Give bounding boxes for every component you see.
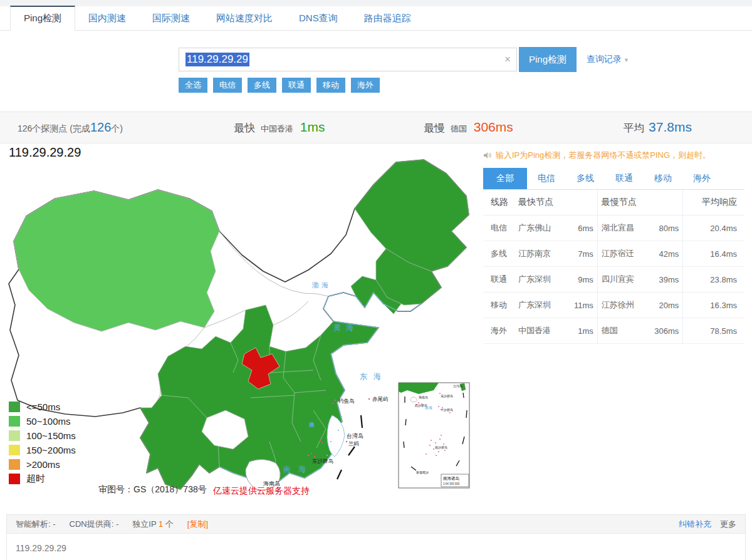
cell-slow-ms: 80ms <box>650 215 683 241</box>
cell-slow-ms: 306ms <box>650 318 683 344</box>
island-label-lanyu: 兰屿 <box>348 440 360 447</box>
filter-all-button[interactable]: 全选 <box>179 78 207 93</box>
header-avg: 平均响应 <box>683 190 744 215</box>
fastest-value: 1ms <box>300 120 325 134</box>
probe-done-prefix: (完成 <box>70 123 90 133</box>
table-row[interactable]: 多线 江苏南京 7ms 江苏宿迁 42ms 16.4ms <box>483 241 744 267</box>
inset-scale: 1:64 300 000 <box>443 482 460 485</box>
stat-average: 平均 37.8ms <box>563 120 752 135</box>
legend-swatch <box>9 474 20 484</box>
cell-slow-ms: 39ms <box>650 267 683 293</box>
island-label-dongsha: 东沙群岛 <box>312 458 333 464</box>
result-tab-unicom[interactable]: 联通 <box>605 168 644 189</box>
cdn-provider: CDN提供商: - <box>70 519 119 530</box>
tab-traceroute[interactable]: 路由器追踪 <box>351 7 424 30</box>
result-panel: 输入IP为Ping检测，若服务器网络不通或禁PING，则超时。 全部 电信 多线… <box>479 143 752 509</box>
tab-international-speed[interactable]: 国际测速 <box>139 7 203 30</box>
slowest-label: 最慢 <box>424 122 445 134</box>
probe-total: 126个探测点 <box>18 123 67 133</box>
inset-label-nanhai-sea: 南海 <box>425 406 432 410</box>
cell-slow-node: 湖北宜昌 <box>597 215 650 241</box>
legend-label: 50~100ms <box>26 416 70 427</box>
header-fastest: 最快节点 <box>514 190 597 215</box>
tab-site-compare[interactable]: 网站速度对比 <box>203 7 286 30</box>
legend-item: >200ms <box>9 457 76 472</box>
search-input[interactable]: 119.29.29.29 × <box>179 48 517 71</box>
inset-label-taiwan: 台湾岛 <box>453 384 462 388</box>
legend-swatch <box>9 416 20 427</box>
tab-ping[interactable]: Ping检测 <box>10 6 75 31</box>
cell-avg: 16.3ms <box>683 293 744 318</box>
line-filter-row: 全选 电信 多线 联通 移动 海外 <box>179 78 752 93</box>
result-tab-multiline[interactable]: 多线 <box>566 168 605 189</box>
cell-fast-ms: 11ms <box>567 293 597 318</box>
legend-item: 50~100ms <box>9 414 76 428</box>
result-tab-telecom[interactable]: 电信 <box>527 168 566 189</box>
ip-value: 119.29.29.29 <box>16 543 66 553</box>
independent-ip: 独立IP 1 个 <box>132 519 174 530</box>
table-row[interactable]: 联通 广东深圳 9ms 四川宜宾 39ms 23.8ms <box>483 267 744 293</box>
speaker-icon <box>483 152 492 159</box>
query-history-dropdown[interactable]: 查询记录▼ <box>587 54 629 65</box>
inset-label-zhongsha: 中沙群岛 <box>441 408 453 412</box>
inset-label-nansha: 南沙群岛 <box>435 445 447 450</box>
result-tab-all[interactable]: 全部 <box>483 168 527 189</box>
inset-label-hainan: 海南岛 <box>419 395 428 400</box>
stat-slowest: 最慢 德国 306ms <box>374 120 563 135</box>
legend-swatch <box>9 430 20 441</box>
cell-fast-node: 广东佛山 <box>514 215 567 241</box>
result-tab-overseas[interactable]: 海外 <box>682 168 721 189</box>
cell-slow-ms: 42ms <box>650 241 683 267</box>
map-license: 审图号：GS（2018）738号 <box>98 484 207 495</box>
ip-result-box: 119.29.29.29 <box>6 534 746 560</box>
dns-resolution: 智能解析: - <box>16 519 56 530</box>
cell-slow-node: 德国 <box>597 318 650 344</box>
cell-avg: 23.8ms <box>683 267 744 293</box>
cell-line: 联通 <box>483 267 514 293</box>
cell-fast-ms: 9ms <box>567 267 597 293</box>
sea-label-nanhai: 南海 <box>283 465 313 474</box>
ip-unit: 个 <box>165 519 174 529</box>
tab-dns-query[interactable]: DNS查询 <box>286 7 351 30</box>
cell-fast-ms: 7ms <box>567 241 597 267</box>
table-row[interactable]: 电信 广东佛山 6ms 湖北宜昌 80ms 20.4ms <box>483 215 744 241</box>
china-latency-map: 119.29.29.29 <box>0 143 479 509</box>
sponsor-link[interactable]: 亿速云提供云服务器支持 <box>213 485 310 497</box>
legend-label: 150~200ms <box>26 445 76 455</box>
legend-item: 150~200ms <box>9 443 76 457</box>
filter-multiline-button[interactable]: 多线 <box>248 78 276 93</box>
error-correction-link[interactable]: 纠错补充 <box>679 519 711 530</box>
legend-item: <=50ms <box>9 400 76 414</box>
average-label: 平均 <box>623 122 644 134</box>
copy-button[interactable]: [复制] <box>187 519 208 530</box>
inset-label-zengmu: 曾母暗沙 <box>416 470 429 475</box>
cell-line: 移动 <box>483 293 514 318</box>
table-row[interactable]: 海外 中国香港 1ms 德国 306ms 78.5ms <box>483 318 744 344</box>
map-legend: <=50ms 50~100ms 100~150ms 150~200ms >200… <box>9 400 76 486</box>
legend-swatch <box>9 402 20 412</box>
header-line: 线路 <box>483 190 514 215</box>
clear-icon[interactable]: × <box>504 53 511 66</box>
main-tabbar: Ping检测 国内测速 国际测速 网站速度对比 DNS查询 路由器追踪 <box>0 6 752 31</box>
probe-done-suffix: 个) <box>111 123 123 133</box>
cell-fast-node: 广东深圳 <box>514 293 567 318</box>
filter-unicom-button[interactable]: 联通 <box>282 78 311 93</box>
result-tabs: 全部 电信 多线 联通 移动 海外 <box>483 168 744 190</box>
more-link[interactable]: 更多 <box>720 519 736 530</box>
table-header-row: 线路 最快节点 最慢节点 平均响应 <box>483 190 744 215</box>
tab-domestic-speed[interactable]: 国内测速 <box>75 7 139 30</box>
cell-slow-node: 江苏徐州 <box>597 293 650 318</box>
slowest-node: 德国 <box>451 124 467 133</box>
table-row[interactable]: 移动 广东深圳 11ms 江苏徐州 20ms 16.3ms <box>483 293 744 318</box>
legend-label: 超时 <box>26 473 45 485</box>
filter-telecom-button[interactable]: 电信 <box>213 78 242 93</box>
cell-avg: 78.5ms <box>683 318 744 344</box>
ping-button[interactable]: Ping检测 <box>519 47 577 72</box>
cell-fast-node: 广东深圳 <box>514 267 567 293</box>
result-tab-mobile[interactable]: 移动 <box>644 168 682 189</box>
result-table: 线路 最快节点 最慢节点 平均响应 电信 广东佛山 6ms 湖北宜昌 80ms … <box>483 190 744 344</box>
filter-mobile-button[interactable]: 移动 <box>316 78 345 93</box>
legend-swatch <box>9 445 20 455</box>
filter-overseas-button[interactable]: 海外 <box>351 78 380 93</box>
fastest-label: 最快 <box>234 122 255 134</box>
